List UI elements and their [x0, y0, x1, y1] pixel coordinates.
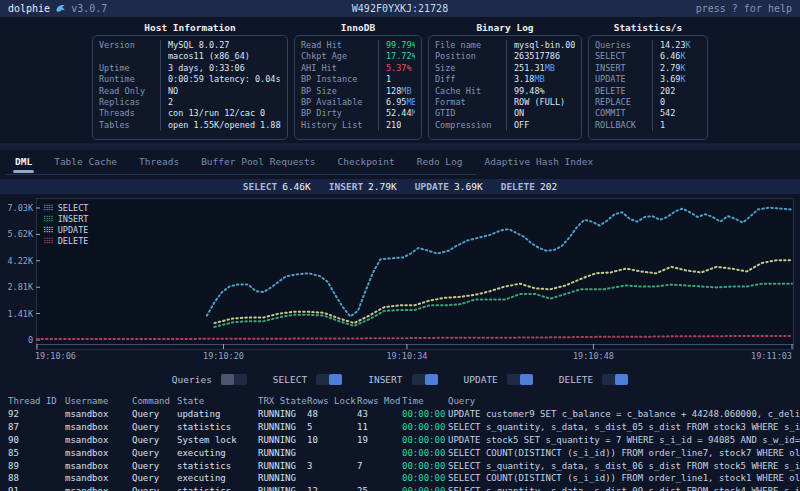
panel-row-value: 3.18MB — [507, 74, 545, 85]
panel-statistics-s: Statistics/sQueries14.23KSELECT6.46KINSE… — [588, 21, 708, 140]
y-axis-label: 1.41K — [7, 309, 33, 319]
tab-dml[interactable]: DML — [6, 154, 41, 174]
panel-row: File namemysql-bin.000007 — [435, 40, 575, 51]
y-axis-label: 5.62K — [7, 229, 33, 239]
toggle-insert[interactable]: INSERT — [368, 374, 437, 385]
table-row[interactable]: 92msandboxQueryupdatingRUNNING484300:00:… — [8, 408, 800, 421]
panel-row: CompressionOFF — [435, 120, 575, 131]
cell-time: 00:00:00 — [402, 434, 448, 447]
panel-row-value: OFF — [507, 120, 529, 131]
panel-row: BP Dirty52.44MB — [301, 108, 415, 119]
cell-rows_lock: 3 — [307, 460, 357, 473]
tab-checkpoint[interactable]: Checkpoint — [329, 154, 404, 174]
cell-query: SELECT s_quantity, s_data, s_dist_05 s_d… — [448, 421, 800, 434]
metric-tabs: DMLTable CacheThreadsBuffer Pool Request… — [0, 150, 800, 174]
cell-state: System lock — [177, 434, 258, 447]
toggle-switch[interactable] — [221, 374, 247, 385]
panel-row-value: 0:00:59 latency: 0.04s — [161, 74, 281, 85]
panel-row: UPDATE3.69K — [595, 74, 701, 85]
column-header-state: State — [177, 395, 258, 408]
panel-binary-log: Binary LogFile namemysql-bin.000007Posit… — [428, 21, 582, 140]
toggle-switch[interactable] — [316, 374, 342, 385]
cell-trx_state: RUNNING — [258, 447, 307, 460]
legend-marker-icon: ⠿⠿ — [43, 214, 53, 225]
x-axis-label: 19:11:03 — [751, 351, 792, 361]
toggle-knob — [329, 374, 342, 385]
toggle-select[interactable]: SELECT — [273, 374, 342, 385]
graph-stat-value: 2.79K — [368, 181, 397, 192]
panel-row: Runtime0:00:59 latency: 0.04s — [99, 74, 281, 85]
tab-table-cache[interactable]: Table Cache — [45, 154, 126, 174]
panel-row: Uptime3 days, 0:33:06 — [99, 63, 281, 74]
panel-row-label: Compression — [435, 120, 507, 131]
table-row[interactable]: 85msandboxQueryexecutingRUNNING00:00:00S… — [8, 447, 800, 460]
cell-rows_mod: 11 — [357, 421, 402, 434]
panel-title: Binary Log — [428, 21, 582, 35]
y-axis-label: 7.03K — [7, 203, 33, 213]
cell-rows_lock: 5 — [307, 421, 357, 434]
y-axis-label: 4.22K — [7, 256, 33, 266]
panel-row-label: BP Available — [301, 97, 379, 108]
toggle-switch[interactable] — [602, 374, 628, 385]
x-axis-label: 19:10:48 — [573, 351, 614, 361]
toggle-knob — [520, 374, 533, 385]
cell-trx_state: RUNNING — [258, 485, 307, 491]
cell-thread_id: 92 — [8, 408, 65, 421]
panel-row-label: Format — [435, 97, 507, 108]
tab-adaptive-hash-index[interactable]: Adaptive Hash Index — [476, 154, 603, 174]
legend-label: DELETE — [58, 236, 89, 247]
panel-row-value: 5.37% — [379, 63, 412, 74]
panel-value-unit: MB — [401, 86, 411, 96]
toggle-queries[interactable]: Queries — [172, 374, 247, 385]
panel-box: File namemysql-bin.000007Position2635177… — [428, 35, 582, 140]
processlist-table: Thread IDUsernameCommandStateTRX StateRo… — [0, 395, 800, 491]
legend-marker-icon: ⠿⠿ — [43, 203, 53, 214]
panel-row: Size251.31MB — [435, 63, 575, 74]
chart-legend: ⠿⠿SELECT⠿⠿INSERT⠿⠿UPDATE⠿⠿DELETE — [43, 203, 88, 247]
tab-buffer-pool-requests[interactable]: Buffer Pool Requests — [192, 154, 324, 174]
x-axis-label: 19:10:06 — [35, 351, 76, 361]
panel-row-label: REPLACE — [595, 97, 653, 108]
graph-stat-select: SELECT6.46K — [243, 181, 311, 192]
cell-state: statistics — [177, 421, 258, 434]
panel-row-value: 1 — [379, 74, 391, 85]
table-row[interactable]: 89msandboxQuerystatisticsRUNNING3700:00:… — [8, 460, 800, 473]
cell-thread_id: 89 — [8, 460, 65, 473]
panel-row-value: 2.79K — [653, 63, 686, 74]
table-row[interactable]: 90msandboxQuerySystem lockRUNNING101900:… — [8, 434, 800, 447]
toggle-switch[interactable] — [412, 374, 438, 385]
table-row[interactable]: 87msandboxQuerystatisticsRUNNING51100:00… — [8, 421, 800, 434]
column-header-username: Username — [65, 395, 132, 408]
cell-query: SELECT s_quantity, s_data, s_dist_06 s_d… — [448, 460, 800, 473]
x-axis-label: 19:10:20 — [203, 351, 244, 361]
panel-row-value: 14.23K — [653, 40, 691, 51]
cell-username: msandbox — [65, 421, 132, 434]
panel-value-unit: K — [680, 63, 685, 73]
toggle-switch[interactable] — [507, 374, 533, 385]
panel-row: INSERT2.79K — [595, 63, 701, 74]
cell-command: Query — [132, 421, 177, 434]
tab-threads[interactable]: Threads — [130, 154, 188, 174]
panel-row: Replicas2 — [99, 97, 281, 108]
column-header-command: Command — [132, 395, 177, 408]
graph-stat-value: 3.69K — [454, 181, 483, 192]
processlist-header-row: Thread IDUsernameCommandStateTRX StateRo… — [8, 395, 800, 408]
dashboard-panels: Host InformationVersionMySQL 8.0.27 maco… — [0, 17, 800, 140]
table-row[interactable]: 91msandboxQuerystatisticsRUNNING122500:0… — [8, 485, 800, 491]
panel-row: BP Instance1 — [301, 74, 415, 85]
tab-redo-log[interactable]: Redo Log — [408, 154, 472, 174]
table-row[interactable]: 88msandboxQueryexecutingRUNNING00:00:00S… — [8, 472, 800, 485]
panel-row-label: BP Instance — [301, 74, 379, 85]
graph-stat-value: 202 — [540, 181, 557, 192]
panel-row-label: History List — [301, 120, 379, 131]
panel-row-value: 99.48% — [507, 86, 545, 97]
graph-stat-label: UPDATE — [415, 181, 449, 192]
cell-rows_lock — [307, 472, 357, 485]
panel-row: Tablesopen 1.55K/opened 1.88K — [99, 120, 281, 131]
toggle-delete[interactable]: DELETE — [559, 374, 628, 385]
cell-state: updating — [177, 408, 258, 421]
panel-row-label: Read Only — [99, 86, 161, 97]
toggle-update[interactable]: UPDATE — [464, 374, 533, 385]
panel-row-value: 251.31MB — [507, 63, 555, 74]
cell-query: UPDATE stock5 SET s_quantity = 7 WHERE s… — [448, 434, 800, 447]
